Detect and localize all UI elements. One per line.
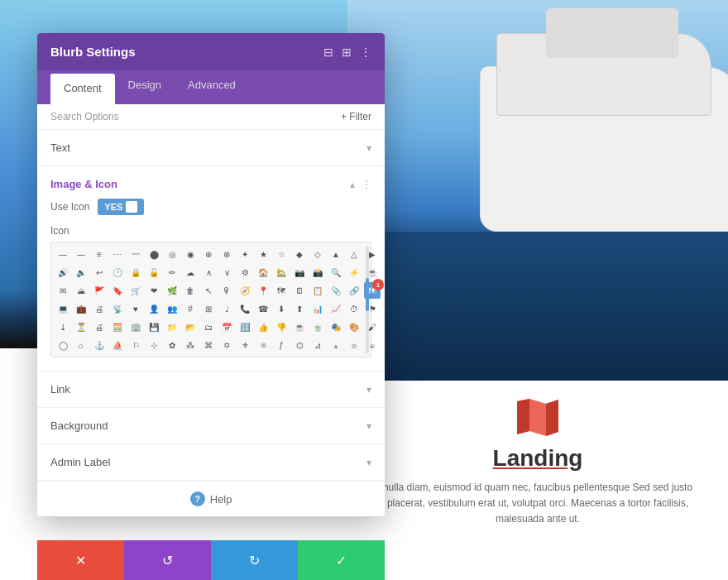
icon-cell[interactable]: #	[182, 300, 199, 317]
icon-cell[interactable]: ✡	[218, 337, 235, 353]
icon-cell[interactable]: 👍	[255, 319, 271, 335]
section-link[interactable]: Link ▾	[37, 371, 385, 408]
icon-cell[interactable]: ↖	[200, 282, 217, 299]
more-icon[interactable]: ⋮	[360, 46, 371, 59]
icon-cell[interactable]: ✉	[55, 282, 71, 299]
use-icon-toggle[interactable]: YES	[98, 199, 144, 215]
icon-cell[interactable]: 🔍	[328, 264, 344, 280]
icon-cell[interactable]: ♩	[218, 300, 235, 317]
icon-cell[interactable]: ⚓	[91, 337, 108, 353]
icon-cell[interactable]: 📈	[328, 300, 344, 317]
icon-cell[interactable]: ↩	[91, 264, 108, 280]
icon-cell[interactable]: ⊿	[309, 337, 326, 353]
icon-cell[interactable]: ⚛	[255, 337, 271, 353]
icon-cell[interactable]: 💻	[55, 300, 71, 317]
cancel-button[interactable]: ✕	[37, 540, 124, 580]
icon-cell[interactable]: ✦	[237, 246, 253, 262]
icon-cell[interactable]: ⊞	[200, 300, 217, 317]
icon-cell[interactable]: 🖨	[91, 300, 108, 317]
icon-cell[interactable]: 📎	[328, 282, 344, 299]
icon-cell[interactable]: 🗓	[291, 282, 308, 299]
section-collapse-icon[interactable]: ▴	[350, 179, 355, 190]
icon-cell[interactable]: 🗑	[182, 282, 199, 299]
icon-cell[interactable]: ♥	[127, 300, 144, 317]
icon-cell[interactable]: ⋯	[109, 246, 126, 262]
icon-cell[interactable]: 📁	[164, 319, 180, 335]
section-admin-label[interactable]: Admin Label ▾	[37, 444, 385, 481]
icon-cell[interactable]: 🔊	[55, 264, 71, 280]
icon-cell[interactable]: 👥	[164, 300, 180, 317]
icon-cell[interactable]: 📊	[309, 300, 326, 317]
icon-cell[interactable]: 💼	[73, 300, 89, 317]
icon-cell[interactable]: ☎	[255, 300, 271, 317]
icon-cell[interactable]: —	[73, 246, 89, 262]
redo-button[interactable]: ↻	[211, 540, 298, 580]
tab-design[interactable]: Design	[115, 70, 175, 104]
icon-cell[interactable]: ⛰	[73, 282, 89, 299]
icon-cell[interactable]: 🔉	[73, 264, 89, 280]
icon-cell[interactable]: ⌂	[73, 337, 89, 353]
icon-cell[interactable]: 🔗	[346, 282, 362, 299]
minimize-icon[interactable]: ⊟	[323, 46, 333, 59]
maximize-icon[interactable]: ⊞	[342, 46, 352, 59]
icon-cell[interactable]: 🚩	[91, 282, 108, 299]
icon-cell[interactable]: 📞	[237, 300, 253, 317]
save-button[interactable]: ✓	[298, 540, 385, 580]
icon-cell[interactable]: 📷	[291, 264, 308, 280]
icon-cell[interactable]: 🧮	[109, 319, 126, 335]
icon-cell[interactable]: ⌾	[346, 337, 362, 353]
icon-cell[interactable]: ⏳	[73, 319, 89, 335]
icon-cell[interactable]: ◉	[182, 246, 199, 262]
icon-cell[interactable]: ✿	[164, 337, 180, 353]
icon-cell[interactable]: —	[55, 246, 71, 262]
icon-cell[interactable]: ☕	[291, 319, 308, 335]
icon-cell[interactable]: 📸	[309, 264, 326, 280]
icon-cell[interactable]: ☆	[273, 246, 290, 262]
icon-cell[interactable]: ⁂	[182, 337, 199, 353]
icon-cell[interactable]: ⛵	[109, 337, 126, 353]
tab-content[interactable]: Content	[50, 74, 115, 104]
icon-cell[interactable]: ⤓	[55, 319, 71, 335]
icon-cell[interactable]: ⚐	[127, 337, 144, 353]
icon-cell[interactable]: 🎭	[328, 319, 344, 335]
icon-cell[interactable]: 🔒	[127, 264, 144, 280]
icon-cell[interactable]: 🖨	[91, 319, 108, 335]
icon-cell[interactable]: ★	[255, 246, 271, 262]
icon-cell[interactable]: ❤	[146, 282, 162, 299]
icon-cell[interactable]: ☁	[182, 264, 199, 280]
icon-cell[interactable]: ⏱	[346, 300, 362, 317]
icon-cell[interactable]: 🛒	[127, 282, 144, 299]
icon-cell[interactable]: ◯	[55, 337, 71, 353]
reset-button[interactable]: ↺	[124, 540, 211, 580]
icon-cell[interactable]: 🕐	[109, 264, 126, 280]
icon-cell[interactable]: ◆	[291, 246, 308, 262]
icon-cell[interactable]: 💾	[146, 319, 162, 335]
icon-cell[interactable]: 📍	[255, 282, 271, 299]
icon-cell[interactable]: 🏠	[255, 264, 271, 280]
icon-cell[interactable]: 🎙	[218, 282, 235, 299]
section-background[interactable]: Background ▾	[37, 408, 385, 444]
icon-cell[interactable]: 🏡	[273, 264, 290, 280]
icon-cell[interactable]: ✏	[164, 264, 180, 280]
icon-cell[interactable]: ∨	[218, 264, 235, 280]
section-more-icon[interactable]: ⋮	[362, 179, 371, 190]
icon-cell[interactable]: 👎	[273, 319, 290, 335]
icon-cell[interactable]: ≡	[91, 246, 108, 262]
section-text[interactable]: Text ▾	[37, 130, 385, 166]
icon-cell[interactable]: 🧭	[237, 282, 253, 299]
icon-cell[interactable]: ⌬	[291, 337, 308, 353]
icon-cell[interactable]: ∧	[200, 264, 217, 280]
icon-cell[interactable]: 📋	[309, 282, 326, 299]
filter-button[interactable]: + Filter	[341, 111, 371, 122]
icon-cell[interactable]: 🗺	[273, 282, 290, 299]
tab-advanced[interactable]: Advanced	[175, 70, 249, 104]
icon-cell[interactable]: 🗂	[200, 319, 217, 335]
icon-cell[interactable]: 🏢	[127, 319, 144, 335]
icon-cell[interactable]: △	[346, 246, 362, 262]
icon-cell[interactable]: ⊹	[146, 337, 162, 353]
icon-cell[interactable]: ⚡	[346, 264, 362, 280]
icon-cell[interactable]: ⊕	[200, 246, 217, 262]
icon-cell[interactable]: ▲	[328, 246, 344, 262]
icon-cell[interactable]: 📅	[218, 319, 235, 335]
icon-cell[interactable]: 🎨	[346, 319, 362, 335]
